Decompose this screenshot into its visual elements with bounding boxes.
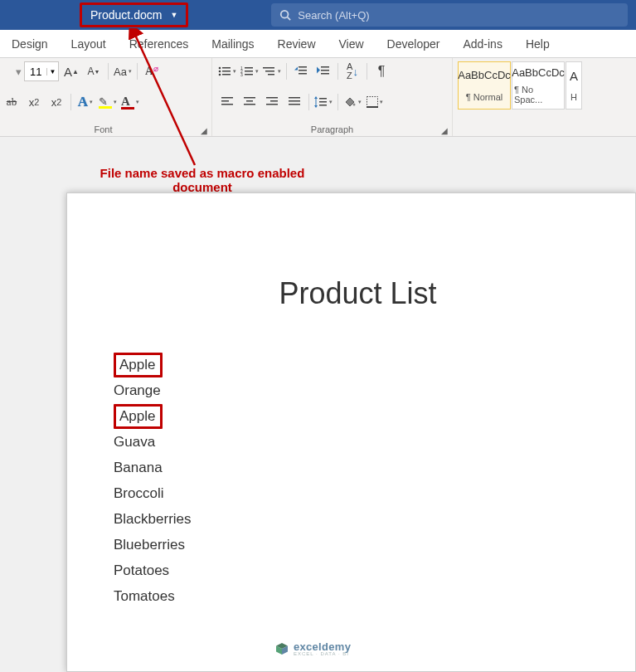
font-dropdown-caret[interactable]: ▾ [2,61,22,81]
align-center-button[interactable] [240,92,260,112]
svg-rect-13 [245,74,253,75]
svg-point-43 [353,104,356,106]
tab-addins[interactable]: Add-ins [451,30,513,57]
align-center-icon [244,97,255,107]
font-color-button[interactable]: A ▾ [120,92,140,112]
justify-button[interactable] [284,92,304,112]
borders-button[interactable]: ▾ [365,92,385,112]
document-page[interactable]: Product List AppleOrangeAppleGuavaBanana… [66,192,636,672]
ribbon: ▾ 11 ▼ A▲ A▼ Aa▾ A⌀ ab x2 x2 A▾ ✎ [0,58,636,137]
align-right-icon [266,97,278,107]
bullets-icon [218,66,231,77]
align-right-button[interactable] [262,92,282,112]
dialog-launcher-icon[interactable]: ◢ [200,126,208,134]
svg-rect-22 [321,70,329,71]
tab-design[interactable]: Design [0,30,60,57]
list-item: Broccoli [114,486,602,500]
list-item: Tomatoes [114,589,602,603]
product-text: Tomatoes [114,588,175,604]
search-box[interactable]: Search (Alt+Q) [271,3,628,27]
tab-view[interactable]: View [328,30,376,57]
svg-rect-42 [319,105,327,106]
style-name: ¶ Normal [466,92,502,102]
svg-rect-18 [299,70,307,71]
separator [337,63,338,80]
product-text: Apple [114,404,163,429]
text-effects-button[interactable]: A▾ [75,92,95,112]
svg-rect-19 [299,73,307,75]
increase-indent-button[interactable] [313,61,333,81]
svg-point-6 [219,74,221,76]
document-heading: Product List [114,276,602,311]
style-no-spacing[interactable]: AaBbCcDc ¶ No Spac... [512,61,565,110]
document-title-dropdown[interactable]: Product.docm ▼ [80,2,188,27]
tab-help[interactable]: Help [514,30,561,57]
decrease-indent-button[interactable] [291,61,311,81]
svg-rect-40 [319,98,327,100]
decrease-font-button[interactable]: A▼ [84,61,104,81]
svg-rect-38 [316,98,317,105]
multilevel-icon [263,66,276,77]
superscript-button[interactable]: x2 [46,92,66,112]
product-text: Potatoes [114,562,169,578]
font-size-value: 11 [25,66,46,78]
align-left-button[interactable] [217,92,237,112]
style-heading[interactable]: A H [566,61,582,110]
tab-mailings[interactable]: Mailings [200,30,265,57]
style-normal[interactable]: AaBbCcDc ¶ Normal [458,61,511,110]
product-text: Guava [114,434,155,450]
svg-rect-41 [319,101,327,103]
change-case-button[interactable]: Aa▾ [113,61,133,81]
tab-developer[interactable]: Developer [376,30,452,57]
line-spacing-button[interactable]: ▾ [313,92,333,112]
product-text: Orange [114,382,161,398]
style-preview: A [570,69,578,83]
svg-marker-24 [317,67,320,74]
show-marks-button[interactable]: ¶ [371,61,391,81]
svg-rect-17 [299,66,307,68]
svg-marker-20 [294,67,298,71]
font-group-label: Font ◢ [0,123,206,134]
align-left-icon [221,97,233,107]
styles-gallery[interactable]: AaBbCcDc ¶ Normal AaBbCcDc ¶ No Spac... … [458,61,582,110]
clear-formatting-button[interactable]: A⌀ [142,61,162,81]
tab-layout[interactable]: Layout [60,30,118,57]
highlight-button[interactable]: ✎ ▾ [98,92,118,112]
svg-rect-11 [245,71,253,72]
tab-references[interactable]: References [118,30,201,57]
styles-group-label [458,123,582,134]
svg-rect-9 [245,67,253,69]
separator [286,63,287,80]
product-list: AppleOrangeAppleGuavaBananaBroccoliBlack… [114,358,602,603]
chevron-down-icon: ▼ [170,11,177,19]
numbering-button[interactable]: 123 ▾ [240,61,260,81]
font-size-combo[interactable]: 11 ▼ [24,61,59,81]
search-placeholder: Search (Alt+Q) [298,9,369,22]
svg-rect-44 [367,97,378,108]
dialog-launcher-icon[interactable]: ◢ [440,126,449,134]
svg-rect-36 [289,104,300,105]
strikethrough-button[interactable]: ab [2,92,22,112]
svg-rect-23 [321,73,329,75]
product-text: Blueberries [114,537,185,553]
svg-rect-30 [244,104,255,105]
svg-marker-39 [314,105,318,108]
svg-rect-14 [263,67,274,69]
document-body[interactable]: Product List AppleOrangeAppleGuavaBanana… [67,193,635,631]
style-preview: AaBbCcDc [458,69,511,81]
svg-rect-25 [221,97,233,99]
bullets-button[interactable]: ▾ [217,61,237,81]
shading-button[interactable]: ▾ [342,92,362,112]
tab-review[interactable]: Review [266,30,328,57]
subscript-button[interactable]: x2 [24,92,44,112]
product-text: Blackberries [114,511,192,527]
product-text: Broccoli [114,485,163,501]
sort-button[interactable]: AZ↓ [342,61,362,81]
separator [308,94,309,110]
increase-font-button[interactable]: A▲ [61,61,81,81]
list-item: Blueberries [114,538,602,552]
numbering-icon: 123 [240,66,254,77]
multilevel-list-button[interactable]: ▾ [262,61,282,81]
product-text: Banana [114,460,163,475]
separator [337,94,338,110]
